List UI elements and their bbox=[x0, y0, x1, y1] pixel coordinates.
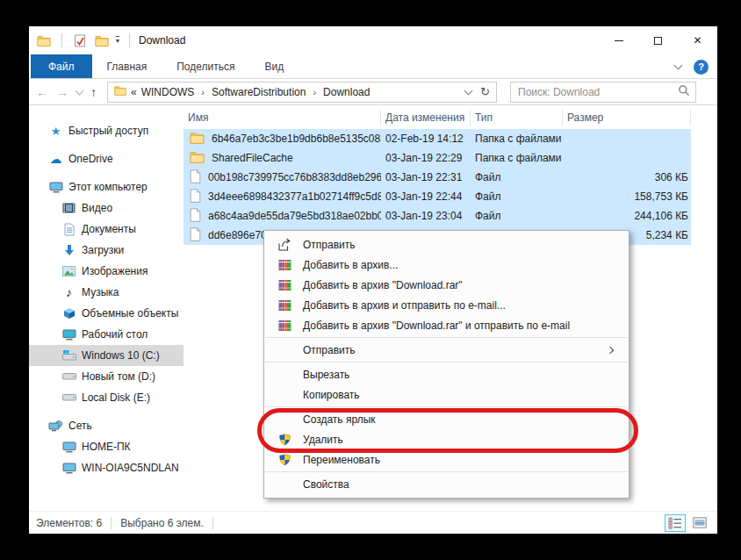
share-icon bbox=[277, 238, 292, 251]
menu-item-add-to-archive-named[interactable]: Добавить в архив "Download.rar" bbox=[264, 275, 629, 295]
menu-item-archive-and-email[interactable]: Добавить в архив и отправить по e-mail..… bbox=[264, 295, 629, 315]
network-icon bbox=[48, 420, 63, 432]
drive-icon bbox=[61, 393, 76, 402]
back-icon[interactable]: ← bbox=[36, 85, 48, 99]
search-box bbox=[510, 82, 696, 103]
computer-icon bbox=[48, 182, 63, 193]
menu-item-copy[interactable]: Копировать bbox=[264, 384, 629, 405]
close-icon: ✕ bbox=[693, 34, 701, 47]
cloud-icon: ☁ bbox=[48, 152, 63, 166]
sidebar-item-d-drive[interactable]: Новый том (D:) bbox=[29, 366, 183, 387]
details-view-button[interactable] bbox=[665, 514, 686, 532]
sidebar-item-label: Видео bbox=[82, 202, 112, 214]
breadcrumb-download[interactable]: Download bbox=[323, 86, 370, 98]
file-icon bbox=[190, 227, 201, 244]
sidebar-item-videos[interactable]: Видео bbox=[29, 197, 183, 219]
file-name: 6b46a7eb3c3be1b9db6b8e5135c08a7c bbox=[212, 133, 381, 145]
desktop-icon bbox=[61, 329, 76, 341]
sidebar-item-documents[interactable]: Документы bbox=[29, 219, 183, 240]
new-folder-quick-icon[interactable] bbox=[94, 32, 110, 48]
file-size: 244,106 КБ bbox=[563, 210, 691, 222]
column-header-name[interactable]: Имя bbox=[183, 110, 381, 126]
menu-item-share[interactable]: Отправить bbox=[264, 234, 629, 255]
screenshot-canvas: ▾ Download ✕ Файл Главная Поделиться Вид… bbox=[0, 0, 741, 560]
items-count: Элементов: 6 bbox=[36, 517, 102, 529]
customize-qat-icon[interactable]: ▾ bbox=[116, 36, 119, 45]
table-row[interactable]: 6b46a7eb3c3be1b9db6b8e5135c08a7c 02-Feb-… bbox=[183, 129, 691, 148]
sidebar-item-home-pc[interactable]: HOME-ПК bbox=[29, 436, 183, 457]
tab-file[interactable]: Файл bbox=[31, 54, 92, 78]
column-header-size[interactable]: Размер bbox=[563, 110, 691, 126]
computer-icon bbox=[61, 442, 76, 453]
film-icon bbox=[61, 203, 76, 213]
maximize-button[interactable] bbox=[638, 26, 678, 54]
sidebar-item-quick-access[interactable]: ★ Быстрый доступ bbox=[29, 120, 183, 141]
sidebar-item-desktop[interactable]: Рабочий стол bbox=[29, 324, 183, 345]
sidebar-item-windows-c-drive[interactable]: Windows 10 (C:) bbox=[29, 345, 183, 366]
sidebar-item-onedrive[interactable]: ☁ OneDrive bbox=[29, 148, 183, 169]
sidebar-item-label: Рабочий стол bbox=[82, 328, 147, 341]
music-note-icon: ♪ bbox=[61, 285, 76, 299]
up-icon[interactable]: ↑ bbox=[90, 85, 97, 99]
sidebar-item-network[interactable]: Сеть bbox=[29, 415, 183, 436]
table-row[interactable]: a68c4aa9de55da79e5bd318ae02bb01e29b... 0… bbox=[183, 206, 691, 226]
address-dropdown-icon[interactable] bbox=[464, 86, 473, 95]
tab-share[interactable]: Поделиться bbox=[162, 54, 249, 78]
breadcrumb-windows[interactable]: WINDOWS bbox=[141, 86, 195, 98]
drive-icon bbox=[61, 372, 76, 381]
sidebar-item-pictures[interactable]: Изображения bbox=[29, 261, 183, 282]
sidebar-item-3d-objects[interactable]: Объемные объекты bbox=[29, 303, 183, 324]
submenu-arrow-icon bbox=[607, 346, 614, 353]
sidebar-item-win-pc[interactable]: WIN-OIA9C5NDLAN bbox=[29, 457, 183, 478]
sidebar-item-music[interactable]: ♪ Музыка bbox=[29, 282, 183, 303]
minimize-button[interactable] bbox=[599, 26, 638, 54]
menu-separator bbox=[265, 406, 628, 407]
search-input[interactable] bbox=[516, 85, 678, 99]
sidebar-item-label: Local Disk (E:) bbox=[82, 391, 150, 404]
title-bar: ▾ Download ✕ bbox=[29, 26, 717, 54]
address-bar[interactable]: « WINDOWS › SoftwareDistribution › Downl… bbox=[107, 82, 497, 103]
forward-icon[interactable]: → bbox=[56, 85, 68, 99]
menu-item-send-to[interactable]: Отправить bbox=[264, 340, 629, 360]
sidebar-item-e-drive[interactable]: Local Disk (E:) bbox=[29, 387, 183, 408]
ribbon-tab-bar: Файл Главная Поделиться Вид ? bbox=[29, 54, 717, 79]
sidebar-item-label: Этот компьютер bbox=[68, 181, 147, 193]
breadcrumb-prefix[interactable]: « bbox=[131, 86, 137, 98]
recent-locations-icon[interactable] bbox=[76, 87, 84, 96]
close-button[interactable]: ✕ bbox=[678, 26, 717, 54]
menu-item-cut[interactable]: Вырезать bbox=[264, 364, 629, 384]
chevron-right-icon[interactable]: › bbox=[313, 87, 316, 97]
tab-view[interactable]: Вид bbox=[249, 54, 299, 78]
sidebar-item-this-pc[interactable]: Этот компьютер bbox=[29, 176, 183, 197]
thumbnail-view-button[interactable] bbox=[689, 514, 710, 532]
column-header-date[interactable]: Дата изменения bbox=[381, 110, 471, 126]
expand-ribbon-icon[interactable] bbox=[674, 61, 683, 70]
sidebar-item-label: Объемные объекты bbox=[82, 307, 178, 319]
context-menu: Отправить Добавить в архив... Добавить в… bbox=[263, 230, 629, 499]
menu-item-label: Добавить в архив и отправить по e-mail..… bbox=[303, 299, 616, 312]
menu-item-label: Свойства bbox=[303, 478, 616, 491]
sidebar-item-label: OneDrive bbox=[68, 153, 113, 165]
menu-item-label: Добавить в архив "Download.rar" и отправ… bbox=[303, 319, 616, 332]
file-name: 3d4eee6898432377a1b02714ff9c5d8eba38... bbox=[208, 190, 381, 203]
sidebar-item-label: Windows 10 (C:) bbox=[82, 349, 160, 362]
sidebar-item-downloads[interactable]: Загрузки bbox=[29, 240, 183, 261]
properties-quick-icon[interactable] bbox=[72, 32, 88, 48]
search-icon[interactable] bbox=[678, 84, 690, 99]
chevron-right-icon[interactable]: › bbox=[201, 87, 205, 97]
winrar-icon bbox=[277, 319, 292, 332]
help-icon[interactable]: ? bbox=[694, 60, 709, 75]
tab-home[interactable]: Главная bbox=[92, 54, 162, 78]
menu-item-add-to-archive[interactable]: Добавить в архив... bbox=[264, 255, 629, 275]
breadcrumb-softwaredistribution[interactable]: SoftwareDistribution bbox=[212, 86, 306, 98]
table-row[interactable]: SharedFileCache 03-Jan-19 22:29 Папка с … bbox=[183, 148, 691, 168]
menu-item-label: Вырезать bbox=[303, 369, 616, 381]
separator bbox=[61, 33, 62, 47]
column-header-type[interactable]: Тип bbox=[471, 110, 563, 126]
menu-item-properties[interactable]: Свойства bbox=[264, 474, 629, 494]
table-row[interactable]: 00b198c739975cc76b8383dd8eb296d07ed... 0… bbox=[183, 168, 691, 187]
refresh-icon[interactable]: ↻ bbox=[480, 85, 490, 98]
menu-item-archive-named-and-email[interactable]: Добавить в архив "Download.rar" и отправ… bbox=[264, 315, 629, 335]
table-row[interactable]: 3d4eee6898432377a1b02714ff9c5d8eba38... … bbox=[183, 187, 691, 206]
address-folder-icon bbox=[114, 85, 126, 98]
